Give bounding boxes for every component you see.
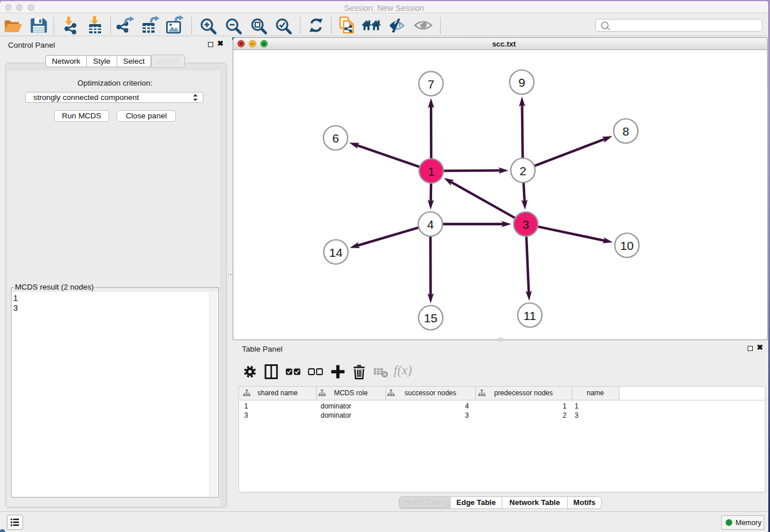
svg-text:14: 14 <box>329 246 343 259</box>
svg-text:11: 11 <box>523 309 536 322</box>
svg-text:8: 8 <box>622 125 629 138</box>
svg-text:7: 7 <box>428 78 434 91</box>
svg-text:10: 10 <box>620 239 633 252</box>
svg-text:3: 3 <box>522 218 529 231</box>
svg-text:6: 6 <box>332 132 339 145</box>
svg-text:4: 4 <box>427 218 434 231</box>
svg-text:1: 1 <box>428 165 435 178</box>
svg-text:2: 2 <box>519 164 526 178</box>
svg-text:15: 15 <box>424 311 437 325</box>
svg-text:9: 9 <box>518 76 525 89</box>
